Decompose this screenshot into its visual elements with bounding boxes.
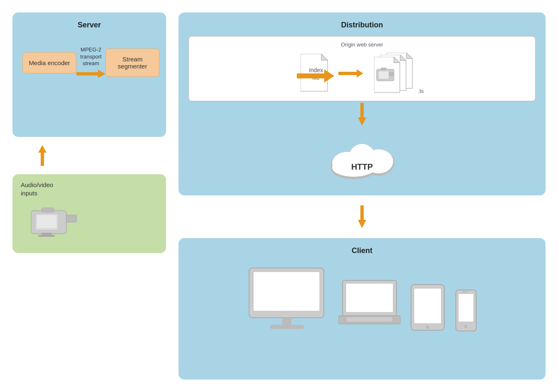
svg-rect-37 — [270, 325, 304, 329]
svg-rect-8 — [38, 235, 55, 237]
down-arrow-svg2 — [357, 205, 367, 228]
svg-rect-22 — [381, 68, 387, 70]
media-encoder-box: Media encoder — [22, 52, 76, 73]
right-arrow-svg — [76, 69, 105, 79]
client-title: Client — [188, 246, 536, 255]
ts-file-front — [374, 57, 403, 94]
server-to-dist-arrow — [297, 68, 334, 85]
svg-point-47 — [464, 325, 467, 328]
diagram-container: Server Media encoder MPEG-2transportstre… — [0, 0, 558, 392]
av-inputs-label: Audio/videoinputs — [21, 181, 53, 197]
laptop-svg — [338, 278, 401, 332]
av-inputs-box: Audio/videoinputs — [12, 174, 166, 253]
origin-to-cloud-arrow — [188, 101, 536, 127]
right-column: Distribution Origin web server Indexfile — [179, 12, 546, 380]
phone-svg — [455, 289, 477, 332]
svg-rect-20 — [379, 71, 389, 78]
dist-to-client-arrow — [179, 204, 546, 230]
svg-marker-0 — [76, 70, 105, 78]
svg-text:HTTP: HTTP — [351, 162, 373, 171]
svg-rect-4 — [37, 215, 57, 229]
stream-segmenter-box: Stream segmenter — [105, 49, 159, 77]
svg-marker-23 — [357, 103, 366, 126]
svg-rect-39 — [346, 283, 393, 312]
ts-files-stack: .ts — [370, 53, 424, 94]
svg-marker-11 — [338, 69, 363, 78]
down-arrow-svg1 — [357, 103, 367, 126]
camera-svg — [29, 205, 79, 238]
server-inner: Media encoder MPEG-2transportstream Stre… — [22, 38, 156, 88]
svg-marker-17 — [394, 57, 400, 63]
ts-label: .ts — [418, 88, 424, 94]
svg-rect-21 — [389, 72, 393, 75]
svg-marker-33 — [357, 205, 366, 228]
cloud-svg: HTTP — [321, 131, 404, 181]
server-title: Server — [22, 21, 156, 29]
svg-rect-48 — [462, 291, 468, 292]
desktop-monitor-svg — [247, 266, 330, 332]
cloud-section: HTTP — [188, 127, 536, 185]
svg-rect-35 — [253, 272, 320, 311]
svg-rect-5 — [66, 215, 77, 222]
svg-marker-10 — [321, 54, 328, 60]
up-arrow-svg — [37, 145, 47, 166]
client-devices — [188, 262, 536, 336]
distribution-title: Distribution — [188, 21, 536, 29]
server-box: Server Media encoder MPEG-2transportstre… — [12, 12, 166, 137]
tablet-svg — [409, 282, 446, 332]
av-to-server-arrow-area — [12, 145, 166, 166]
origin-server-box: Origin web server Indexfile — [188, 36, 536, 101]
index-to-ts-arrow — [338, 68, 363, 78]
camera-icon — [29, 205, 79, 239]
svg-rect-43 — [414, 288, 441, 324]
origin-inner: Indexfile — [196, 53, 529, 94]
svg-rect-6 — [42, 208, 54, 212]
stream-segmenter-label: Stream segmenter — [118, 56, 147, 70]
media-encoder-label: Media encoder — [29, 59, 70, 66]
svg-marker-49 — [297, 69, 334, 83]
svg-rect-46 — [458, 294, 474, 322]
svg-marker-1 — [37, 145, 46, 166]
origin-server-label: Origin web server — [196, 41, 529, 48]
left-column: Server Media encoder MPEG-2transportstre… — [12, 12, 166, 380]
distribution-box: Distribution Origin web server Indexfile — [179, 12, 546, 195]
transport-stream-label: MPEG-2transportstream — [80, 46, 101, 68]
transport-stream-arrow: MPEG-2transportstream — [76, 46, 105, 79]
client-box: Client — [179, 238, 546, 380]
svg-point-44 — [426, 326, 429, 329]
large-right-arrow-svg — [297, 68, 334, 83]
svg-rect-36 — [282, 318, 291, 325]
svg-rect-41 — [347, 317, 392, 321]
